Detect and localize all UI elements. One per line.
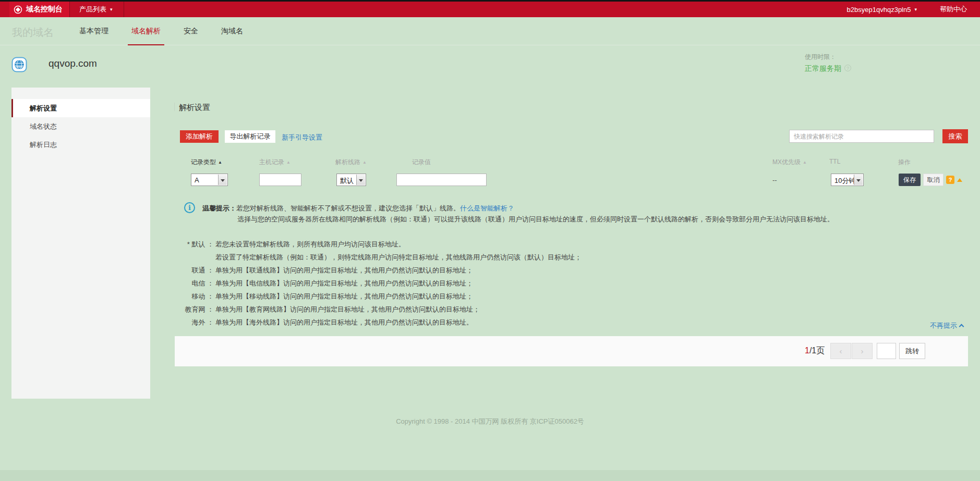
tip-intro-line2: 选择与您的空间或服务器所在线路相同的解析线路（例如：联通）可以提升该线路（联通）… (237, 215, 834, 224)
tip-intro: 温馨提示：若您对解析线路、智能解析不了解或不想设置，建议您选择「默认」线路。什么… (202, 204, 514, 213)
total-pages: /1页 (809, 346, 825, 355)
col-label: 记录值 (412, 158, 431, 166)
col-header-record-type[interactable]: 记录类型▲ (191, 158, 222, 167)
tab-tao-domain[interactable]: 淘域名 (210, 17, 255, 45)
prev-page-button[interactable]: ‹ (830, 343, 851, 359)
user-menu[interactable]: b2bsyep1qvhqz3pln5 ▾ (847, 6, 917, 14)
select-arrow-button[interactable] (356, 175, 365, 185)
console-title: 域名控制台 (26, 5, 63, 14)
line-label: 海外 ： (156, 318, 214, 327)
mx-priority-value: -- (772, 176, 777, 184)
tab-label: 域名解析 (131, 27, 161, 36)
list-item: 若设置了特定解析线路（例如：联通），则特定线路用户访问特定目标地址，其他线路用户… (156, 251, 582, 264)
row-help-icon[interactable]: ? (946, 176, 954, 184)
line-label: 移动 ： (156, 292, 214, 301)
search-button[interactable]: 搜索 (942, 129, 968, 143)
col-label: 记录类型 (191, 158, 216, 166)
list-item: 电信 ： 单独为用【电信线路】访问的用户指定目标地址，其他用户仍然访问默认的目标… (156, 277, 582, 290)
topbar-divider (124, 2, 124, 17)
selected-value: A (195, 176, 199, 184)
guide-settings-link[interactable]: 新手引导设置 (282, 133, 322, 142)
svg-text:www: www (16, 65, 22, 68)
info-icon: i (184, 202, 195, 213)
ttl-select[interactable]: 10分钟 (831, 174, 864, 186)
help-center-link[interactable]: 帮助中心 (940, 5, 967, 14)
product-list-label: 产品列表 (79, 5, 106, 14)
page-indicator: 1/1页 (805, 346, 825, 356)
next-page-button[interactable]: › (852, 343, 873, 359)
export-records-button[interactable]: 导出解析记录 (225, 130, 275, 143)
topbar-right: b2bsyep1qvhqz3pln5 ▾ 帮助中心 (847, 2, 967, 17)
col-header-resolution-line[interactable]: 解析线路▲ (335, 158, 367, 167)
tab-basic-management[interactable]: 基本管理 (68, 17, 120, 45)
tip-intro-text: 若您对解析线路、智能解析不了解或不想设置，建议您选择「默认」线路。 (236, 204, 460, 212)
line-explanations: * 默认 ： 若您未设置特定解析线路，则所有线路用户均访问该目标地址。 若设置了… (156, 238, 582, 329)
col-header-ttl: TTL (829, 158, 840, 165)
topbar-divider (69, 2, 70, 17)
col-label: 主机记录 (259, 158, 284, 166)
status-help-icon[interactable]: ? (844, 65, 851, 71)
list-item: 联通 ： 单独为用【联通线路】访问的用户指定目标地址，其他用户仍然访问默认的目标… (156, 264, 582, 277)
cancel-button[interactable]: 取消 (923, 174, 943, 186)
what-is-smart-dns-link[interactable]: 什么是智能解析？ (460, 204, 514, 212)
section-title: 我的域名 (12, 26, 54, 40)
record-value-input[interactable] (396, 174, 487, 186)
col-label: 解析线路 (335, 158, 360, 166)
sidebar-item-domain-status[interactable]: 域名状态 (11, 117, 150, 135)
pagination-bar: 1/1页 ‹ › 跳转 (175, 336, 968, 366)
dismiss-label: 不再提示 (930, 322, 957, 329)
sort-asc-icon: ▲ (803, 160, 807, 165)
line-text: 若设置了特定解析线路（例如：联通），则特定线路用户访问特定目标地址，其他线路用户… (215, 253, 582, 262)
col-label: MX优先级 (772, 158, 801, 166)
usage-time-label: 使用时限： (805, 53, 836, 61)
tab-label: 淘域名 (221, 27, 243, 36)
dismiss-tip-link[interactable]: 不再提示 (930, 321, 963, 330)
host-record-input[interactable] (259, 174, 301, 186)
tab-dns-resolution[interactable]: 域名解析 (120, 17, 172, 45)
sidebar-item-resolution-log[interactable]: 解析日志 (11, 135, 150, 154)
resolution-line-select[interactable]: 默认 (336, 174, 366, 186)
col-header-action: 操作 (898, 158, 911, 167)
line-text: 单独为用【联通线路】访问的用户指定目标地址，其他用户仍然访问默认的目标地址； (215, 266, 473, 275)
tab-label: 基本管理 (79, 27, 108, 36)
col-header-host-record[interactable]: 主机记录▲ (259, 158, 291, 167)
col-header-mx-priority[interactable]: MX优先级▲ (772, 158, 807, 167)
tab-nav: 我的域名 基本管理 域名解析 安全 淘域名 (0, 17, 980, 45)
col-label: TTL (829, 158, 840, 165)
page-jump-input[interactable] (877, 343, 896, 359)
domain-name: qqvop.com (49, 58, 97, 69)
chevron-up-icon (959, 324, 964, 329)
logo-block[interactable]: 域名控制台 (9, 2, 69, 17)
line-text: 单独为用【海外线路】访问的用户指定目标地址，其他用户仍然访问默认的目标地址。 (215, 318, 473, 327)
tab-security[interactable]: 安全 (172, 17, 210, 45)
add-record-button[interactable]: 添加解析 (180, 130, 219, 143)
list-item: 教育网 ： 单独为用【教育网线路】访问的用户指定目标地址，其他用户仍然访问默认的… (156, 303, 582, 316)
page: 域名控制台 产品列表 ▾ b2bsyep1qvhqz3pln5 ▾ 帮助中心 我… (0, 0, 980, 481)
save-button[interactable]: 保存 (899, 174, 921, 186)
record-type-select[interactable]: A (191, 174, 228, 186)
caret-up-icon[interactable] (957, 178, 962, 182)
line-text: 单独为用【移动线路】访问的用户指定目标地址，其他用户仍然访问默认的目标地址； (215, 292, 473, 301)
status-text: 正常服务期 (805, 64, 841, 72)
list-item: 海外 ： 单独为用【海外线路】访问的用户指定目标地址，其他用户仍然访问默认的目标… (156, 316, 582, 329)
current-page: 1 (805, 346, 809, 355)
chevron-down-icon: ▾ (110, 7, 113, 12)
select-arrow-button[interactable] (218, 175, 227, 185)
search-input[interactable] (789, 130, 934, 143)
tab-label: 安全 (184, 27, 198, 36)
page-jump-button[interactable]: 跳转 (899, 343, 925, 359)
sidebar-item-label: 解析设置 (30, 104, 57, 112)
list-item: * 默认 ： 若您未设置特定解析线路，则所有线路用户均访问该目标地址。 (156, 238, 582, 251)
line-label: 联通 ： (156, 266, 214, 275)
col-label: 操作 (898, 158, 911, 166)
tabs: 基本管理 域名解析 安全 淘域名 (68, 17, 255, 45)
service-status: 正常服务期? (805, 64, 851, 73)
product-list-menu[interactable]: 产品列表 ▾ (79, 2, 113, 17)
sidebar-item-resolution-settings[interactable]: 解析设置 (11, 99, 150, 117)
select-arrow-button[interactable] (854, 175, 863, 185)
domain-globe-icon: www (11, 57, 27, 72)
username: b2bsyep1qvhqz3pln5 (847, 6, 911, 14)
line-label: * 默认 ： (156, 240, 214, 249)
sidebar: 解析设置 域名状态 解析日志 (11, 88, 150, 399)
list-item: 移动 ： 单独为用【移动线路】访问的用户指定目标地址，其他用户仍然访问默认的目标… (156, 290, 582, 303)
